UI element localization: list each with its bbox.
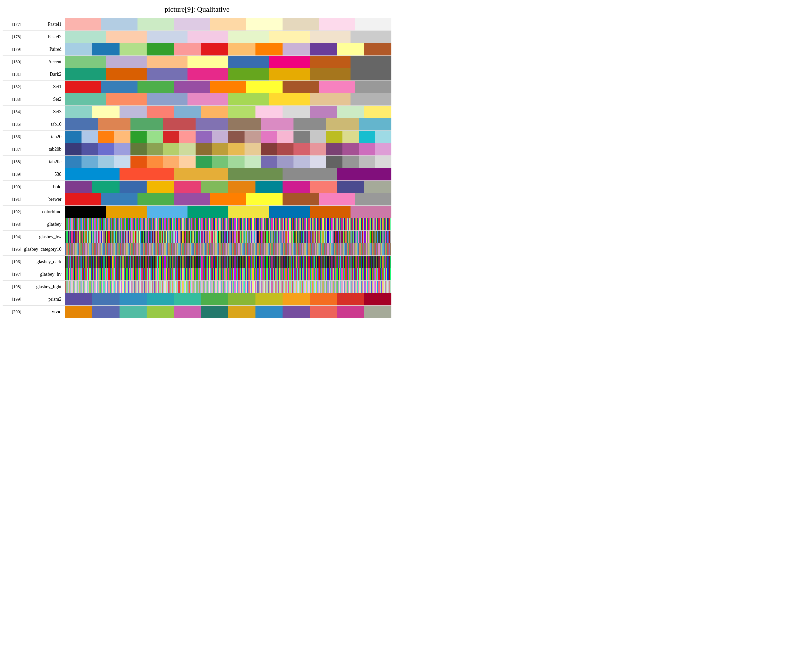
row-index: [190] [3, 184, 24, 189]
color-swatch [228, 293, 255, 305]
color-swatch [283, 193, 319, 205]
row-name: tab20c [24, 159, 65, 165]
color-swatch [92, 43, 119, 56]
color-swatch [210, 193, 246, 205]
row-name: glasbey [24, 222, 65, 227]
color-swatch [119, 181, 147, 193]
row-name: Set1 [24, 84, 65, 90]
color-swatch [269, 68, 310, 81]
palette-bar [65, 43, 391, 56]
color-swatch [269, 206, 310, 218]
color-swatch [65, 168, 119, 180]
color-swatch [179, 143, 195, 156]
color-swatch [65, 43, 92, 56]
color-swatch [81, 156, 98, 168]
row-index: [178] [3, 34, 24, 40]
color-swatch [195, 131, 212, 143]
row-index: [186] [3, 134, 24, 140]
color-swatch [351, 93, 391, 105]
color-swatch [65, 181, 92, 193]
color-swatch [228, 306, 255, 318]
color-swatch [364, 306, 391, 318]
color-swatch [163, 156, 180, 168]
color-swatch [310, 43, 337, 56]
color-swatch [106, 56, 147, 68]
color-swatch [310, 143, 326, 156]
color-swatch [195, 143, 212, 156]
color-swatch [147, 56, 187, 68]
row-name: tab20 [24, 134, 65, 140]
color-swatch [92, 306, 119, 318]
color-swatch [101, 18, 138, 30]
row-name: bold [24, 184, 65, 189]
row-index: [182] [3, 84, 24, 90]
palette-bar [65, 156, 391, 168]
color-swatch [65, 118, 98, 130]
dense-swatch [390, 231, 391, 243]
palette-bar [65, 106, 391, 118]
color-swatch [256, 106, 283, 118]
palette-bar [65, 218, 391, 230]
color-swatch [101, 81, 138, 93]
color-swatch [310, 131, 326, 143]
color-swatch [310, 31, 351, 43]
color-swatch [310, 293, 337, 305]
row-index: [193] [3, 222, 24, 227]
color-swatch [342, 131, 359, 143]
color-swatch [65, 306, 92, 318]
palette-bar [65, 206, 391, 218]
color-swatch [326, 131, 342, 143]
color-swatch [245, 131, 261, 143]
color-swatch [375, 143, 391, 156]
color-swatch [229, 206, 269, 218]
palette-row: [177]Pastel1 [3, 18, 391, 31]
color-swatch [114, 143, 130, 156]
color-swatch [326, 118, 359, 130]
palette-row: [183]Set2 [3, 93, 391, 106]
color-swatch [261, 143, 277, 156]
row-name: glasbey_bw [24, 234, 65, 240]
palette-row: [181]Dark2 [3, 68, 391, 81]
color-swatch [283, 43, 310, 56]
row-index: [191] [3, 197, 24, 202]
color-swatch [355, 18, 391, 30]
color-swatch [98, 118, 130, 130]
color-swatch [283, 168, 337, 180]
color-swatch [310, 93, 351, 105]
color-swatch [163, 143, 180, 156]
color-swatch [212, 143, 229, 156]
row-name: vivid [24, 309, 65, 315]
palette-row: [191]brewer [3, 193, 391, 206]
color-swatch [310, 56, 351, 68]
color-swatch [98, 156, 114, 168]
row-name: colorblind [24, 209, 65, 214]
dense-swatch [390, 218, 391, 230]
color-swatch [119, 106, 147, 118]
color-swatch [174, 106, 201, 118]
palette-row: [198]glasbey_light [3, 281, 391, 293]
color-swatch [147, 68, 187, 81]
palette-bar [65, 31, 391, 43]
color-swatch [212, 131, 229, 143]
color-swatch [138, 18, 174, 30]
color-swatch [119, 306, 147, 318]
color-swatch [130, 118, 163, 130]
row-name: Dark2 [24, 71, 65, 77]
row-index: [192] [3, 209, 24, 214]
color-swatch [364, 43, 391, 56]
color-swatch [147, 206, 187, 218]
color-swatch [269, 31, 310, 43]
palette-row: [197]glasbey_hv [3, 268, 391, 281]
color-swatch [147, 31, 187, 43]
row-name: glasbey_hv [24, 272, 65, 277]
palette-bar [65, 256, 391, 268]
color-swatch [114, 156, 130, 168]
color-swatch [229, 93, 269, 105]
color-swatch [201, 181, 228, 193]
color-swatch [326, 156, 342, 168]
row-index: [184] [3, 110, 24, 114]
color-swatch [98, 143, 114, 156]
color-swatch [277, 156, 294, 168]
color-swatch [310, 68, 351, 81]
row-name: prism2 [24, 297, 65, 302]
